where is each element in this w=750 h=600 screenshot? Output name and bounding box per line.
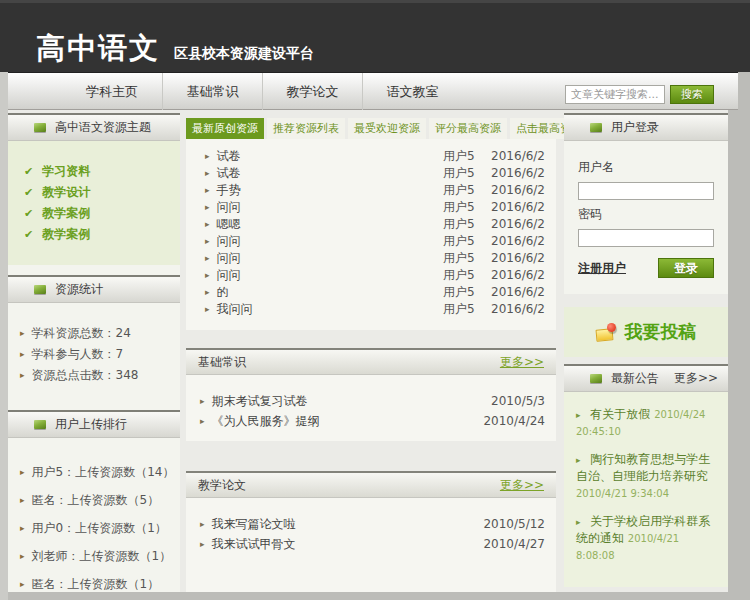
article-row[interactable]: ▸ 我来试试甲骨文 2010/4/27 bbox=[186, 534, 556, 554]
arrow-bullet-icon: ▸ bbox=[205, 220, 210, 229]
resource-row[interactable]: ▸ 试卷 用户5 2016/6/2 bbox=[186, 148, 556, 165]
resource-row[interactable]: ▸ 问问 用户5 2016/6/2 bbox=[186, 199, 556, 216]
upload-rank-item[interactable]: ▸ 匿名：上传资源数（5） bbox=[8, 490, 180, 511]
section-papers-header: 教学论文 更多>> bbox=[186, 471, 556, 498]
arrow-bullet-icon: ▸ bbox=[205, 169, 210, 178]
nav-item[interactable]: 学科主页 bbox=[62, 73, 162, 110]
password-label: 密码 bbox=[578, 206, 714, 223]
username-label: 用户名 bbox=[578, 159, 714, 176]
section-basics-header: 基础常识 更多>> bbox=[186, 348, 556, 375]
resource-row[interactable]: ▸ 嗯嗯 用户5 2016/6/2 bbox=[186, 216, 556, 233]
announcements-header: 最新公告 更多>> bbox=[564, 364, 728, 392]
resource-title: 问问 bbox=[217, 235, 443, 248]
topic-link[interactable]: ✔ 教学设计 bbox=[8, 182, 180, 203]
arrow-bullet-icon: ▸ bbox=[205, 271, 210, 280]
resource-author: 用户5 bbox=[443, 150, 487, 163]
announcements-list: ▸ 有关于放假 2010/4/24 20:45:10 ▸ 陶行知教育思想与学生自… bbox=[564, 392, 728, 587]
announcement-item[interactable]: ▸ 有关于放假 2010/4/24 20:45:10 bbox=[576, 406, 718, 440]
resource-tab[interactable]: 最受欢迎资源 bbox=[348, 118, 426, 139]
article-title: 期末考试复习试卷 bbox=[212, 394, 492, 408]
arrow-bullet-icon: ▸ bbox=[20, 580, 25, 589]
upload-rank-item[interactable]: ▸ 匿名：上传资源数（1） bbox=[8, 574, 180, 592]
announcement-item[interactable]: ▸ 关于学校启用学科群系统的通知 2010/4/21 8:08:08 bbox=[576, 513, 718, 564]
check-icon: ✔ bbox=[24, 207, 33, 220]
resource-author: 用户5 bbox=[443, 201, 487, 214]
resource-date: 2016/6/2 bbox=[487, 235, 545, 248]
username-field[interactable] bbox=[578, 182, 714, 200]
article-date: 2010/4/27 bbox=[483, 537, 545, 551]
announcement-item[interactable]: ▸ 陶行知教育思想与学生自治、自理能力培养研究 2010/4/21 9:34:0… bbox=[576, 451, 718, 502]
stats-section-header: 资源统计 bbox=[8, 275, 180, 303]
upload-rank-item[interactable]: ▸ 用户5：上传资源数（14） bbox=[8, 462, 180, 483]
topic-link[interactable]: ✔ 教学案例 bbox=[8, 203, 180, 224]
announcement-title: 有关于放假 bbox=[590, 407, 650, 421]
resource-author: 用户5 bbox=[443, 252, 487, 265]
section-basics-title: 基础常识 bbox=[198, 354, 246, 371]
nav-item[interactable]: 语文教室 bbox=[362, 73, 462, 110]
resource-title: 嗯嗯 bbox=[217, 218, 443, 231]
resource-date: 2016/6/2 bbox=[487, 150, 545, 163]
nav-item[interactable]: 教学论文 bbox=[262, 73, 362, 110]
resource-title: 试卷 bbox=[217, 150, 443, 163]
uploads-ranking-list: ▸ 用户5：上传资源数（14） ▸ 匿名：上传资源数（5） ▸ 用户0：上传资源… bbox=[8, 438, 180, 592]
register-link[interactable]: 注册用户 bbox=[578, 260, 626, 277]
arrow-bullet-icon: ▸ bbox=[576, 517, 581, 527]
stat-label: 学科参与人数：7 bbox=[32, 348, 124, 361]
article-date: 2010/4/24 bbox=[483, 414, 545, 428]
stat-label: 学科资源总数：24 bbox=[32, 327, 131, 340]
topic-link[interactable]: ✔ 教学案例 bbox=[8, 224, 180, 245]
resource-tab[interactable]: 推荐资源列表 bbox=[267, 118, 345, 139]
page: 高中语文 区县校本资源建设平台 学科主页 基础常识 教学论文 语文教室 搜索 高… bbox=[0, 0, 750, 600]
resource-row[interactable]: ▸ 试卷 用户5 2016/6/2 bbox=[186, 165, 556, 182]
contribute-banner[interactable]: 我要投稿 bbox=[564, 307, 728, 357]
more-link[interactable]: 更多>> bbox=[500, 477, 544, 494]
nav-item[interactable]: 基础常识 bbox=[162, 73, 262, 110]
resource-date: 2016/6/2 bbox=[487, 303, 545, 316]
arrow-bullet-icon: ▸ bbox=[205, 186, 210, 195]
check-icon: ✔ bbox=[24, 228, 33, 241]
article-row[interactable]: ▸ 期末考试复习试卷 2010/5/3 bbox=[186, 391, 556, 411]
arrow-bullet-icon: ▸ bbox=[205, 237, 210, 246]
upload-rank-item[interactable]: ▸ 用户0：上传资源数（1） bbox=[8, 518, 180, 539]
resource-author: 用户5 bbox=[443, 286, 487, 299]
resource-row[interactable]: ▸ 我问问 用户5 2016/6/2 bbox=[186, 301, 556, 318]
resource-author: 用户5 bbox=[443, 218, 487, 231]
article-date: 2010/5/3 bbox=[491, 394, 545, 408]
topic-label: 教学案例 bbox=[42, 205, 90, 222]
site-title: 高中语文 bbox=[36, 34, 160, 63]
article-row[interactable]: ▸ 我来写篇论文啦 2010/5/12 bbox=[186, 514, 556, 534]
resource-row[interactable]: ▸ 问问 用户5 2016/6/2 bbox=[186, 233, 556, 250]
resource-row[interactable]: ▸ 问问 用户5 2016/6/2 bbox=[186, 250, 556, 267]
resource-title: 问问 bbox=[217, 269, 443, 282]
login-button[interactable]: 登录 bbox=[658, 258, 714, 278]
stat-item: ▸ 学科资源总数：24 bbox=[8, 323, 180, 344]
more-link[interactable]: 更多>> bbox=[500, 354, 544, 371]
arrow-bullet-icon: ▸ bbox=[205, 254, 210, 263]
upload-rank-label: 匿名：上传资源数（1） bbox=[32, 578, 160, 591]
section-papers-title: 教学论文 bbox=[198, 477, 246, 494]
resource-tabs: 最新原创资源 推荐资源列表 最受欢迎资源 评分最高资源 点击最高资源 bbox=[186, 118, 556, 139]
resource-tab[interactable]: 评分最高资源 bbox=[429, 118, 507, 139]
resource-row[interactable]: ▸ 问问 用户5 2016/6/2 bbox=[186, 267, 556, 284]
resource-row[interactable]: ▸ 手势 用户5 2016/6/2 bbox=[186, 182, 556, 199]
section-basics-list: ▸ 期末考试复习试卷 2010/5/3 ▸ 《为人民服务》提纲 2010/4/2… bbox=[186, 375, 556, 441]
arrow-bullet-icon: ▸ bbox=[200, 540, 205, 549]
login-section-title: 用户登录 bbox=[611, 119, 659, 136]
section-papers-list: ▸ 我来写篇论文啦 2010/5/12 ▸ 我来试试甲骨文 2010/4/27 bbox=[186, 498, 556, 592]
check-icon: ✔ bbox=[24, 186, 33, 199]
arrow-bullet-icon: ▸ bbox=[20, 329, 25, 338]
search-input[interactable] bbox=[565, 85, 665, 104]
topic-link[interactable]: ✔ 学习资料 bbox=[8, 161, 180, 182]
resource-row[interactable]: ▸ 的 用户5 2016/6/2 bbox=[186, 284, 556, 301]
article-row[interactable]: ▸ 《为人民服务》提纲 2010/4/24 bbox=[186, 411, 556, 431]
resource-title: 我问问 bbox=[217, 303, 443, 316]
announcements-more-link[interactable]: 更多>> bbox=[674, 370, 718, 387]
resource-date: 2016/6/2 bbox=[487, 218, 545, 231]
check-icon: ✔ bbox=[24, 165, 33, 178]
password-field[interactable] bbox=[578, 229, 714, 247]
section-papers: 教学论文 更多>> ▸ 我来写篇论文啦 2010/5/12 ▸ bbox=[186, 471, 556, 592]
resource-title: 问问 bbox=[217, 201, 443, 214]
search-button[interactable]: 搜索 bbox=[670, 85, 714, 104]
resource-tab[interactable]: 最新原创资源 bbox=[186, 118, 264, 139]
upload-rank-item[interactable]: ▸ 刘老师：上传资源数（1） bbox=[8, 546, 180, 567]
